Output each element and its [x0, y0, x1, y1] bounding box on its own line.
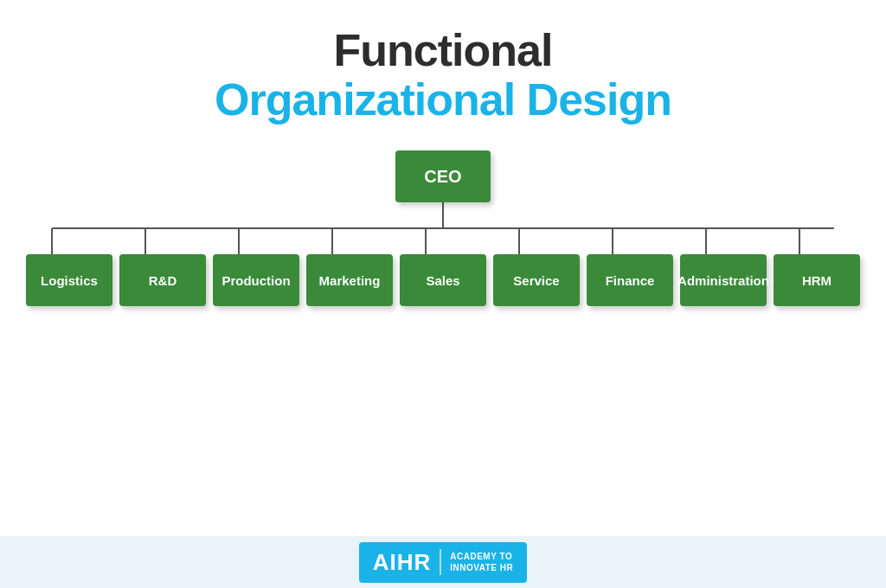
- dept-logistics: Logistics: [26, 254, 112, 306]
- dept-administration: Administration: [680, 254, 767, 306]
- dept-marketing: Marketing: [306, 254, 393, 306]
- aihr-logo: AIHR ACADEMY TO INNOVATE HR: [359, 542, 527, 583]
- title-line1: Functional: [215, 26, 671, 75]
- aihr-brand: AIHR: [373, 549, 432, 576]
- dept-hrm: HRM: [774, 254, 860, 306]
- dept-service: Service: [493, 254, 580, 306]
- title-section: Functional Organizational Design: [215, 26, 671, 125]
- aihr-divider: [440, 549, 441, 575]
- aihr-tagline: ACADEMY TO INNOVATE HR: [450, 551, 513, 573]
- departments-row: Logistics R&D Production Marketing Sales…: [0, 254, 886, 306]
- footer: AIHR ACADEMY TO INNOVATE HR: [0, 536, 886, 588]
- dept-sales: Sales: [400, 254, 486, 306]
- dept-finance: Finance: [587, 254, 673, 306]
- title-line2: Organizational Design: [215, 75, 671, 125]
- dept-rd: R&D: [119, 254, 206, 306]
- org-chart: CEO: [0, 150, 886, 306]
- ceo-label: CEO: [424, 167, 461, 187]
- connector-area: [0, 202, 886, 254]
- ceo-box: CEO: [395, 150, 491, 202]
- connector-svg: [0, 202, 886, 254]
- dept-production: Production: [213, 254, 299, 306]
- main-content: Functional Organizational Design CEO: [0, 0, 886, 536]
